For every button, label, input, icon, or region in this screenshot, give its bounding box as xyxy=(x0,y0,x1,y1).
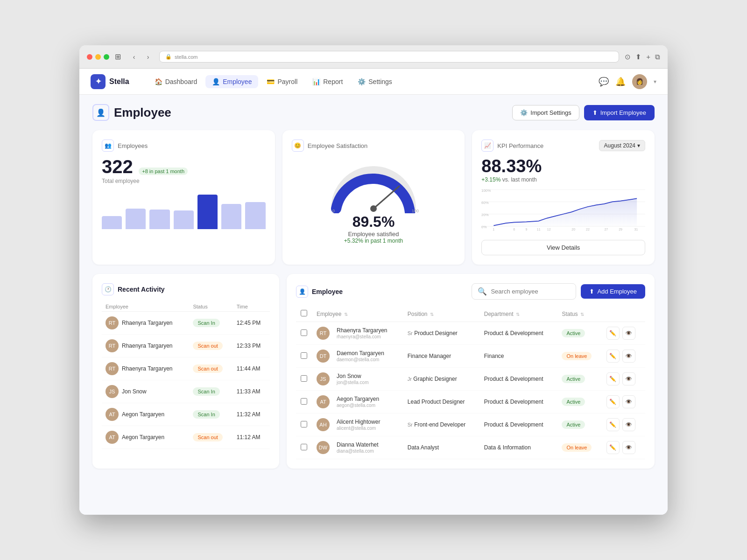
edit-button[interactable]: ✏️ xyxy=(606,395,620,408)
employee-cell: AH Alicent Hightower alicent@stella.com xyxy=(312,413,403,436)
back-button[interactable]: ‹ xyxy=(128,51,140,63)
activity-employee: RT Rhaenyra Targaryen xyxy=(102,312,189,335)
view-details-button[interactable]: View Details xyxy=(481,240,645,255)
svg-text:0%: 0% xyxy=(481,225,486,229)
activity-row: AT Aegon Targaryen Scan In 11:32 AM xyxy=(102,403,270,426)
emp-avatar: DT xyxy=(317,350,330,363)
tabs-icon: ⊞ xyxy=(115,52,121,61)
user-chevron-icon[interactable]: ▾ xyxy=(654,78,656,85)
gauge-container: 0 100 89.5% Employee satisfied +5.32% in… xyxy=(292,157,456,249)
import-settings-button[interactable]: ⚙️ Import Settings xyxy=(512,105,579,120)
svg-text:1: 1 xyxy=(493,228,495,231)
status-badge: Scan out xyxy=(193,364,222,373)
status-badge: Scan out xyxy=(193,342,222,350)
emp-full-name: Rhaenyra Targaryen xyxy=(337,327,388,334)
employees-card: 👥 Employees 322 +8 in past 1 month Total… xyxy=(92,130,275,265)
search-input[interactable] xyxy=(491,288,570,295)
import-employee-button[interactable]: ⬆ Import Employee xyxy=(584,105,655,120)
row-checkbox[interactable] xyxy=(301,329,307,336)
nav-dashboard[interactable]: 🏠 Dashboard xyxy=(148,75,204,88)
table-row: JS Jon Snow jon@stella.com Jr Graphic De… xyxy=(296,368,645,391)
select-all-checkbox[interactable] xyxy=(301,310,307,316)
new-tab-icon[interactable]: + xyxy=(646,53,650,61)
emp-email: aegon@stella.com xyxy=(337,403,379,408)
position-cell: Jr Graphic Designer xyxy=(403,368,479,391)
nav-settings[interactable]: ⚙️ Settings xyxy=(351,75,399,88)
row-checkbox[interactable] xyxy=(301,398,307,405)
svg-text:29: 29 xyxy=(619,228,622,231)
edit-button[interactable]: ✏️ xyxy=(606,418,620,431)
emp-full-name: Aegon Targaryen xyxy=(337,396,379,402)
employee-icon: 👤 xyxy=(212,78,220,85)
emp-avatar: DW xyxy=(317,441,330,454)
svg-text:6: 6 xyxy=(514,228,515,231)
report-icon: 📊 xyxy=(312,78,320,85)
logo-letter: ✦ xyxy=(95,77,101,86)
row-checkbox[interactable] xyxy=(301,421,307,427)
user-avatar[interactable]: 👩 xyxy=(632,74,647,89)
page-title: Employee xyxy=(114,105,171,120)
forward-button[interactable]: › xyxy=(142,51,154,63)
employee-cell: DW Dianna Waterhet diana@stella.com xyxy=(312,436,403,459)
sidebar-icon: ⧉ xyxy=(655,53,660,61)
view-button[interactable]: 👁️ xyxy=(622,441,635,454)
nav-employee[interactable]: 👤 Employee xyxy=(205,75,258,88)
row-checkbox[interactable] xyxy=(301,375,307,382)
svg-text:27: 27 xyxy=(605,228,608,231)
chat-icon[interactable]: 💬 xyxy=(599,77,609,87)
nav-report[interactable]: 📊 Report xyxy=(306,75,349,88)
import-settings-icon: ⚙️ xyxy=(520,109,528,116)
activity-row: RT Rhaenyra Targaryen Scan In 12:45 PM xyxy=(102,312,270,335)
kpi-card: 📈 KPI Performance August 2024 ▾ 88.33% +… xyxy=(472,130,655,265)
activity-time: 12:45 PM xyxy=(233,312,270,335)
add-employee-button[interactable]: ⬆ Add Employee xyxy=(581,284,645,299)
emp-status-badge: On leave xyxy=(562,352,592,360)
activity-row: AT Aegon Targaryen Scan out 11:12 AM xyxy=(102,426,270,449)
import-icon: ⬆ xyxy=(592,109,598,116)
employee-badge: +8 in past 1 month xyxy=(139,168,188,175)
emp-avatar: RT xyxy=(317,327,330,340)
activity-row: RT Rhaenyra Targaryen Scan out 11:44 AM xyxy=(102,357,270,380)
svg-text:31: 31 xyxy=(634,228,638,231)
svg-text:22: 22 xyxy=(586,228,590,231)
status-badge: Scan In xyxy=(193,319,219,327)
close-dot[interactable] xyxy=(87,54,92,60)
edit-button[interactable]: ✏️ xyxy=(606,441,620,454)
edit-button[interactable]: ✏️ xyxy=(606,350,620,363)
lock-icon: 🔒 xyxy=(165,54,172,60)
edit-button[interactable]: ✏️ xyxy=(606,372,620,385)
activity-time: 11:32 AM xyxy=(233,403,270,426)
svg-text:20: 20 xyxy=(572,228,576,231)
activity-employee: RT Rhaenyra Targaryen xyxy=(102,335,189,357)
view-button[interactable]: 👁️ xyxy=(622,327,635,340)
view-button[interactable]: 👁️ xyxy=(622,395,635,408)
view-button[interactable]: 👁️ xyxy=(622,372,635,385)
activity-avatar: RT xyxy=(106,339,119,352)
table-row: AT Aegon Targaryen aegon@stella.com Lead… xyxy=(296,391,645,413)
status-badge: Scan out xyxy=(193,433,222,441)
employee-bar-chart xyxy=(102,192,266,229)
maximize-dot[interactable] xyxy=(104,54,109,60)
actions-cell: ✏️ 👁️ xyxy=(602,391,645,413)
nav-payroll[interactable]: 💳 Payroll xyxy=(260,75,304,88)
view-button[interactable]: 👁️ xyxy=(622,418,635,431)
search-wrap: 🔍 xyxy=(472,283,576,300)
department-cell: Product & Development xyxy=(479,368,557,391)
activity-col-time: Time xyxy=(233,302,270,312)
emp-email: alicent@stella.com xyxy=(337,426,380,431)
address-bar[interactable]: 🔒 stella.com xyxy=(159,51,619,63)
app-name: Stella xyxy=(109,77,129,86)
row-checkbox[interactable] xyxy=(301,444,307,450)
page-header: 👤 Employee ⚙️ Import Settings ⬆ Import E… xyxy=(92,104,655,121)
kpi-value: 88.33% xyxy=(481,156,645,176)
department-cell: Product & Development xyxy=(479,391,557,413)
row-checkbox[interactable] xyxy=(301,352,307,359)
gauge-svg: 0 100 xyxy=(327,162,420,213)
emp-email: diana@stella.com xyxy=(337,448,379,454)
kpi-period-selector[interactable]: August 2024 ▾ xyxy=(599,140,645,151)
bell-icon[interactable]: 🔔 xyxy=(615,77,626,87)
edit-button[interactable]: ✏️ xyxy=(606,327,620,340)
view-button[interactable]: 👁️ xyxy=(622,350,635,363)
minimize-dot[interactable] xyxy=(95,54,101,60)
actions-cell: ✏️ 👁️ xyxy=(602,413,645,436)
